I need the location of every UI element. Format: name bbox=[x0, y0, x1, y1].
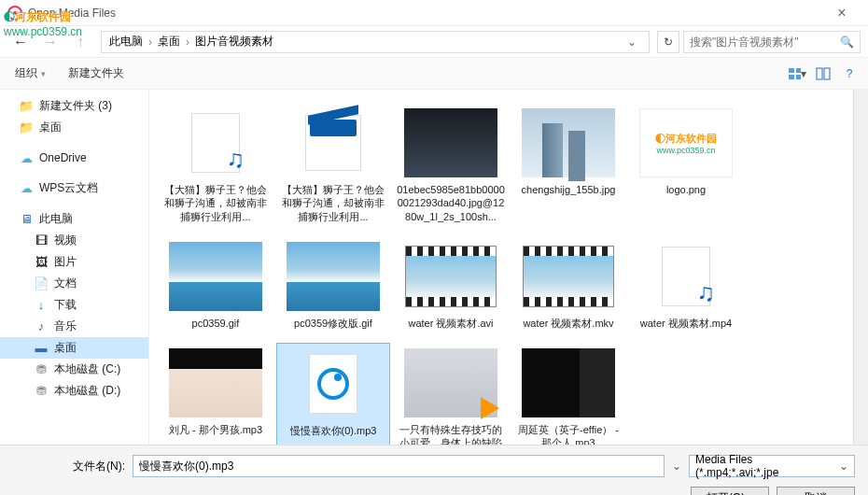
sidebar-item-folder[interactable]: 📁桌面 bbox=[0, 117, 148, 138]
back-button[interactable]: ← bbox=[7, 29, 34, 55]
filename-label: 文件名(N): bbox=[13, 459, 125, 474]
sidebar-item-video[interactable]: 🎞视频 bbox=[0, 230, 148, 251]
file-item[interactable]: 01ebec5985e81bb00000021293dad40.jpg@1280… bbox=[394, 103, 508, 229]
file-name: 【大猫】狮子王？他会和狮子沟通，却被南非捕狮行业利用... bbox=[278, 183, 388, 223]
sidebar-item-downloads[interactable]: ↓下载 bbox=[0, 294, 148, 316]
file-name: 【大猫】狮子王？他会和狮子沟通，却被南非捕狮行业利用... bbox=[161, 183, 271, 223]
organize-button[interactable]: 组织▾ bbox=[9, 62, 51, 85]
breadcrumb[interactable]: 此电脑 › 桌面 › 图片音视频素材 ⌄ bbox=[101, 31, 650, 53]
file-item[interactable]: ◐河东软件园www.pc0359.cnlogo.png bbox=[629, 103, 743, 229]
film-thumb-icon bbox=[405, 246, 497, 307]
sidebar-item-music[interactable]: ♪音乐 bbox=[0, 316, 148, 337]
sidebar-item-desktop[interactable]: ▬桌面 bbox=[0, 337, 148, 359]
file-grid: 【大猫】狮子王？他会和狮子沟通，却被南非捕狮行业利用...【大猫】狮子王？他会和… bbox=[149, 90, 853, 445]
view-details-icon[interactable] bbox=[814, 66, 833, 81]
cancel-button[interactable]: 取消 bbox=[777, 487, 855, 495]
folder-icon: 📁 bbox=[19, 99, 34, 114]
play-overlay-icon bbox=[481, 397, 499, 419]
file-name: 慢慢喜欢你(0).mp3 bbox=[279, 424, 387, 437]
sidebar-item-label: 新建文件夹 (3) bbox=[39, 98, 112, 114]
file-item[interactable]: 【大猫】狮子王？他会和狮子沟通，却被南非捕狮行业利用... bbox=[159, 103, 273, 229]
new-folder-button[interactable]: 新建文件夹 bbox=[63, 62, 130, 85]
sidebar-item-label: 图片 bbox=[54, 254, 77, 270]
file-item[interactable]: 慢慢喜欢你(0).mp3 bbox=[276, 343, 390, 445]
file-item[interactable]: 刘凡 - 那个男孩.mp3 bbox=[159, 343, 273, 445]
file-item[interactable]: water 视频素材.avi bbox=[394, 236, 508, 335]
image-thumb bbox=[404, 348, 497, 417]
audio-file-icon bbox=[309, 354, 357, 414]
file-name: 一只有特殊生存技巧的小可爱，身体上的缺陷并不可怕，可怕... bbox=[396, 423, 506, 445]
breadcrumb-seg[interactable]: 桌面 bbox=[158, 34, 180, 50]
chevron-down-icon[interactable]: ⌄ bbox=[672, 460, 681, 473]
file-name: 周延英（英子-effie） - 那个人.mp3 bbox=[513, 423, 623, 445]
filename-input[interactable] bbox=[133, 455, 665, 477]
navbar: ← → ↑ 此电脑 › 桌面 › 图片音视频素材 ⌄ ↻ 🔍 bbox=[0, 26, 868, 58]
forward-button[interactable]: → bbox=[37, 29, 63, 55]
scrollbar[interactable] bbox=[853, 90, 868, 445]
file-item[interactable]: 一只有特殊生存技巧的小可爱，身体上的缺陷并不可怕，可怕... bbox=[394, 343, 508, 445]
file-item[interactable]: 周延英（英子-effie） - 那个人.mp3 bbox=[511, 343, 625, 445]
breadcrumb-seg[interactable]: 此电脑 bbox=[109, 34, 143, 50]
image-thumb: ◐河东软件园www.pc0359.cn bbox=[639, 108, 733, 177]
help-icon[interactable]: ? bbox=[840, 66, 859, 81]
sidebar-item-pc[interactable]: 🖥此电脑 bbox=[0, 208, 148, 230]
file-item[interactable]: 【大猫】狮子王？他会和狮子沟通，却被南非捕狮行业利用... bbox=[276, 103, 390, 229]
file-item[interactable]: pc0359修改版.gif bbox=[276, 236, 390, 335]
app-icon bbox=[7, 6, 22, 21]
chevron-down-icon[interactable]: ⌄ bbox=[623, 35, 641, 49]
file-name: pc0359.gif bbox=[161, 317, 271, 330]
sidebar-item-wps[interactable]: ☁WPS云文档 bbox=[0, 177, 148, 199]
sidebar-item-label: 桌面 bbox=[39, 120, 62, 135]
file-name: 01ebec5985e81bb00000021293dad40.jpg@1280… bbox=[396, 183, 506, 223]
svg-rect-6 bbox=[817, 68, 822, 79]
desktop-icon: ▬ bbox=[34, 341, 49, 356]
sidebar-item-label: 此电脑 bbox=[39, 211, 73, 227]
sidebar-item-onedrive[interactable]: ☁OneDrive bbox=[0, 148, 148, 168]
music-file-icon bbox=[191, 113, 240, 173]
search-input[interactable]: 🔍 bbox=[683, 31, 861, 53]
window-title: Open Media Files bbox=[28, 7, 823, 20]
sidebar-item-label: 文档 bbox=[54, 276, 77, 291]
svg-rect-2 bbox=[789, 68, 794, 73]
film-thumb-icon bbox=[523, 246, 614, 307]
sidebar-item-label: OneDrive bbox=[39, 151, 87, 164]
sidebar-item-drive[interactable]: ⛃本地磁盘 (C:) bbox=[0, 359, 148, 380]
drive-icon: ⛃ bbox=[34, 362, 49, 377]
search-icon[interactable]: 🔍 bbox=[840, 35, 854, 49]
drive-icon: ⛃ bbox=[34, 384, 49, 399]
video-icon: 🎞 bbox=[34, 233, 49, 248]
toolbar: 组织▾ 新建文件夹 ▾ ? bbox=[0, 58, 868, 90]
titlebar: Open Media Files × bbox=[0, 0, 868, 26]
open-button[interactable]: 打开(O)▾ bbox=[691, 487, 769, 495]
sidebar-item-docs[interactable]: 📄文档 bbox=[0, 273, 148, 294]
close-icon[interactable]: × bbox=[823, 5, 861, 21]
view-thumbnails-icon[interactable]: ▾ bbox=[788, 66, 806, 81]
sidebar-item-folder[interactable]: 📁新建文件夹 (3) bbox=[0, 95, 148, 117]
file-item[interactable]: chengshijg_155b.jpg bbox=[511, 103, 625, 229]
music-file-icon bbox=[662, 247, 710, 306]
pc-icon: 🖥 bbox=[19, 212, 34, 227]
sidebar-item-drive[interactable]: ⛃本地磁盘 (D:) bbox=[0, 380, 148, 402]
file-name: 刘凡 - 那个男孩.mp3 bbox=[161, 423, 271, 436]
file-name: water 视频素材.mkv bbox=[513, 317, 623, 330]
refresh-button[interactable]: ↻ bbox=[657, 31, 679, 53]
file-item[interactable]: pc0359.gif bbox=[159, 236, 273, 335]
wps-icon: ☁ bbox=[19, 181, 34, 196]
image-thumb bbox=[404, 108, 497, 177]
svg-rect-4 bbox=[789, 75, 794, 79]
breadcrumb-seg[interactable]: 图片音视频素材 bbox=[195, 34, 273, 50]
sidebar-item-label: 下载 bbox=[54, 297, 77, 313]
svg-rect-7 bbox=[824, 68, 830, 79]
file-name: logo.png bbox=[631, 183, 741, 196]
image-thumb bbox=[287, 242, 380, 311]
file-item[interactable]: water 视频素材.mkv bbox=[511, 236, 625, 335]
onedrive-icon: ☁ bbox=[19, 150, 34, 165]
search-field[interactable] bbox=[690, 35, 840, 49]
sidebar-item-label: 本地磁盘 (D:) bbox=[54, 383, 120, 399]
filetype-dropdown[interactable]: Media Files (*.mp4;*.avi;*.jpe ⌄ bbox=[689, 455, 855, 477]
file-item[interactable]: water 视频素材.mp4 bbox=[629, 236, 743, 335]
sidebar-item-label: 音乐 bbox=[54, 318, 77, 334]
up-button[interactable]: ↑ bbox=[67, 29, 93, 55]
pictures-icon: 🖼 bbox=[34, 255, 49, 270]
sidebar-item-pictures[interactable]: 🖼图片 bbox=[0, 251, 148, 273]
